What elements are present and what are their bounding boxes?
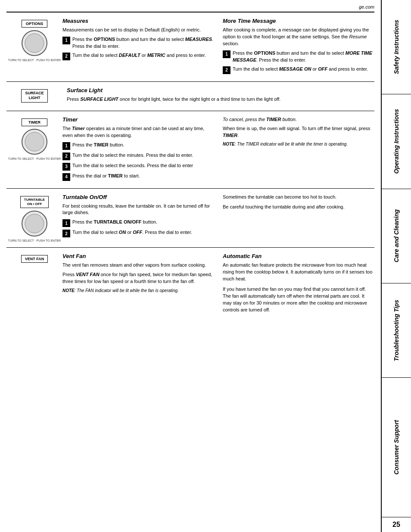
surface-light-button-box: SURFACELIGHT <box>21 89 47 103</box>
sidebar-label-care: Care and Cleaning <box>393 209 400 262</box>
surface-light-title: Surface Light <box>67 87 370 93</box>
main-content: ge.com OPTIONS TURN TO SELECT · PUSH TO … <box>0 0 382 532</box>
timer-button-box: TIMER <box>22 118 47 126</box>
options-button-box: OPTIONS <box>22 20 47 28</box>
section-turntable: TURNTABLEON / OFF TURN TO SELECT · PUSH … <box>6 189 374 248</box>
more-time-step-1-num: 1 <box>223 50 230 58</box>
timer-icon-area: TIMER TURN TO SELECT · PUSH TO ENTER <box>6 116 62 183</box>
timer-step-1-text: Press the TIMER button. <box>72 142 124 149</box>
sidebar-section-care: Care and Cleaning <box>382 189 411 283</box>
surface-light-icon-area: SURFACELIGHT <box>6 87 62 106</box>
timer-step-3-text: Turn the dial to select the seconds. Pre… <box>72 162 193 169</box>
auto-fan-title: Automatic Fan <box>223 253 374 259</box>
timer-cancel-text: To cancel, press the TIMER button. <box>223 116 374 123</box>
sidebar-section-consumer: Consumer Support <box>382 378 411 517</box>
turntable-two-col: Turntable On/Off For best cooking result… <box>62 194 374 243</box>
sidebar-section-operating: Operating Instructions <box>382 94 411 189</box>
sidebar-section-safety: Safety Instructions <box>382 0 411 94</box>
timer-dial <box>22 129 47 155</box>
timer-turn-label: TURN TO SELECT · PUSH TO ENTER <box>8 157 61 160</box>
sidebar-label-troubleshooting: Troubleshooting Tips <box>393 300 400 361</box>
auto-fan-body1: An automatic fan feature protects the mi… <box>223 262 374 283</box>
measures-dial-inner <box>25 34 44 53</box>
section-surface-light: SURFACELIGHT Surface Light Press SURFACE… <box>6 82 374 111</box>
turntable-step-1: 1 Press the TURNTABLE ON/OFF button. <box>62 219 214 227</box>
timer-note: NOTE: The TIMER indicator will be lit wh… <box>223 141 374 147</box>
timer-title: Timer <box>62 116 214 123</box>
turntable-icon-area: TURNTABLEON / OFF TURN TO SELECT · PUSH … <box>6 194 62 243</box>
measures-step-1-num: 1 <box>62 37 70 44</box>
more-time-step-2-num: 2 <box>223 66 230 74</box>
sidebar-label-consumer: Consumer Support <box>393 420 400 475</box>
turntable-dial-inner <box>25 214 44 233</box>
turntable-step-1-num: 1 <box>62 219 70 227</box>
page-number: 25 <box>382 517 411 532</box>
ge-com-header: ge.com <box>6 4 374 12</box>
more-time-body: After cooking is complete, a message can… <box>223 27 374 47</box>
timer-body: The Timer operates as a minute timer and… <box>62 125 214 139</box>
measures-dial <box>22 30 47 56</box>
turntable-step-1-text: Press the TURNTABLE ON/OFF button. <box>72 219 157 226</box>
section-measures: OPTIONS TURN TO SELECT · PUSH TO ENTER M… <box>6 12 374 82</box>
vent-fan-title: Vent Fan <box>62 253 214 259</box>
section-timer: TIMER TURN TO SELECT · PUSH TO ENTER Tim… <box>6 111 374 189</box>
timer-step-2-text: Turn the dial to select the minutes. Pre… <box>72 152 193 159</box>
measures-icon-area: OPTIONS TURN TO SELECT · PUSH TO ENTER <box>6 18 62 76</box>
timer-left-col: Timer The Timer operates as a minute tim… <box>62 116 214 183</box>
sidebar-label-safety: Safety Instructions <box>393 20 400 74</box>
turntable-step-2: 2 Turn the dial to select ON or OFF. Pre… <box>62 229 214 237</box>
measures-turn-label: TURN TO SELECT · PUSH TO ENTER <box>8 59 61 62</box>
more-time-step-2: 2 Turn the dial to select MESSAGE ON or … <box>223 66 374 74</box>
measures-body: Measurements can be set to display in De… <box>62 27 214 34</box>
turntable-step-2-text: Turn the dial to select ON or OFF. Press… <box>72 229 192 236</box>
measures-step-1: 1 Press the OPTIONS button and turn the … <box>62 36 214 50</box>
timer-step-1-num: 1 <box>62 142 70 150</box>
turntable-title: Turntable On/Off <box>62 194 214 200</box>
section-vent-fan: VENT FAN Vent Fan The vent fan removes s… <box>6 248 374 321</box>
turntable-dial <box>22 211 47 236</box>
timer-signal-text: When time is up, the oven will signal. T… <box>223 125 374 139</box>
timer-step-4-text: Press the dial or TIMER to start. <box>72 173 140 180</box>
more-time-title: More Time Message <box>223 18 374 24</box>
turntable-step-2-num: 2 <box>62 230 70 237</box>
timer-step-1: 1 Press the TIMER button. <box>62 142 214 150</box>
vent-fan-left-col: Vent Fan The vent fan removes steam and … <box>62 253 214 316</box>
timer-step-2: 2 Turn the dial to select the minutes. P… <box>62 152 214 160</box>
turntable-left-col: Turntable On/Off For best cooking result… <box>62 194 214 243</box>
measures-two-col: Measures Measurements can be set to disp… <box>62 18 374 76</box>
measures-step-2-num: 2 <box>62 53 70 60</box>
turntable-right-body1: Sometimes the turntable can become too h… <box>223 194 374 201</box>
timer-right-col: To cancel, press the TIMER button. When … <box>223 116 374 183</box>
sidebar: Safety Instructions Operating Instructio… <box>382 0 411 532</box>
timer-step-4: 4 Press the dial or TIMER to start. <box>62 173 214 181</box>
measures-title: Measures <box>62 18 214 24</box>
turntable-body: For best cooking results, leave the turn… <box>62 203 214 217</box>
ge-com-text: ge.com <box>359 4 374 9</box>
measures-step-2: 2 Turn the dial to select DEFAULT or MET… <box>62 52 214 60</box>
vent-fan-two-col: Vent Fan The vent fan removes steam and … <box>62 253 374 316</box>
turntable-right-body2: Be careful touching the turntable during… <box>223 204 374 211</box>
surface-light-content: Surface Light Press SURFACE LIGHT once f… <box>62 87 374 106</box>
turntable-turn-label: TURN TO SELECT · PUSH TO ENTER <box>8 239 61 242</box>
measures-step-1-text: Press the OPTIONS button and turn the di… <box>72 36 214 50</box>
auto-fan-body2: If you have turned the fan on you may fi… <box>223 286 374 314</box>
more-time-step-2-text: Turn the dial to select MESSAGE ON or OF… <box>233 66 368 73</box>
timer-step-2-num: 2 <box>62 152 70 160</box>
timer-two-col: Timer The Timer operates as a minute tim… <box>62 116 374 183</box>
vent-fan-button-box: VENT FAN <box>21 255 48 263</box>
timer-step-3-num: 3 <box>62 163 70 171</box>
more-time-step-1-text: Press the OPTIONS button and turn the di… <box>233 50 374 64</box>
vent-fan-body1: The vent fan removes steam and other vap… <box>62 262 214 269</box>
more-time-col: More Time Message After cooking is compl… <box>223 18 374 76</box>
timer-step-4-num: 4 <box>62 173 70 181</box>
vent-fan-body2: Press VENT FAN once for high fan speed, … <box>62 271 214 285</box>
surface-light-body: Press SURFACE LIGHT once for bright ligh… <box>67 96 370 103</box>
sidebar-section-troubleshooting: Troubleshooting Tips <box>382 283 411 378</box>
vent-fan-note: NOTE: The FAN indicator will be lit whil… <box>62 288 214 294</box>
page-wrapper: ge.com OPTIONS TURN TO SELECT · PUSH TO … <box>0 0 411 532</box>
turntable-right-col: Sometimes the turntable can become too h… <box>223 194 374 243</box>
more-time-step-1: 1 Press the OPTIONS button and turn the … <box>223 50 374 64</box>
measures-step-2-text: Turn the dial to select DEFAULT or METRI… <box>72 52 206 59</box>
turntable-button-box: TURNTABLEON / OFF <box>20 196 49 208</box>
timer-step-3: 3 Turn the dial to select the seconds. P… <box>62 162 214 171</box>
